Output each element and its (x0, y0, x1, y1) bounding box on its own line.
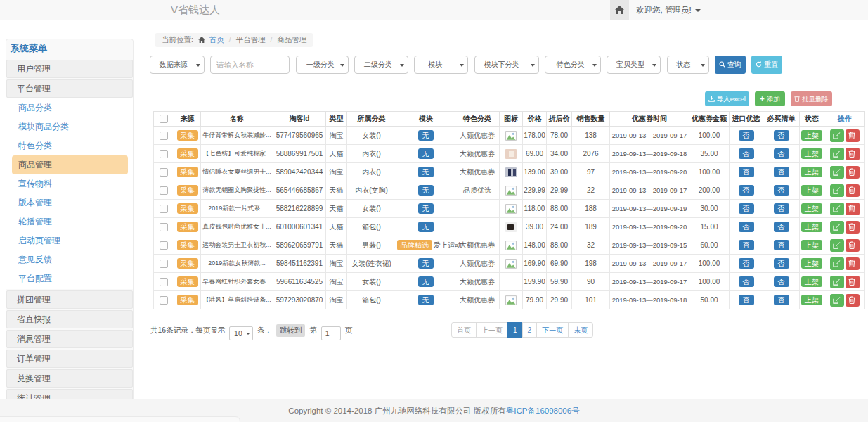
edit-button[interactable] (830, 203, 844, 215)
sidebar-subitem[interactable]: 版本管理 (12, 193, 128, 212)
sidebar-subitem[interactable]: 启动页管理 (12, 231, 128, 250)
status-toggle[interactable]: 上架 (801, 167, 822, 177)
row-checkbox[interactable] (160, 168, 168, 177)
sidebar-subitem[interactable]: 商品分类 (12, 98, 128, 117)
must-buy-toggle[interactable]: 否 (774, 222, 789, 232)
import-select-toggle[interactable]: 否 (739, 130, 754, 141)
edit-button[interactable] (830, 239, 844, 252)
delete-button[interactable] (846, 166, 860, 179)
row-checkbox[interactable] (160, 205, 168, 213)
batch-delete-button[interactable]: 批量删除 (791, 91, 832, 106)
delete-button[interactable] (846, 184, 860, 197)
sidebar-item[interactable]: 兑换管理 (6, 369, 133, 388)
delete-button[interactable] (846, 294, 860, 307)
delete-button[interactable] (846, 257, 860, 270)
edit-button[interactable] (830, 221, 844, 234)
import-select-toggle[interactable]: 否 (739, 167, 754, 177)
module-sub-select[interactable]: --模块下分类-- (474, 56, 539, 74)
must-buy-toggle[interactable]: 否 (774, 130, 789, 141)
level1-category-select[interactable]: 一级分类 (296, 56, 349, 74)
edit-button[interactable] (830, 184, 844, 197)
import-select-toggle[interactable]: 否 (739, 276, 754, 287)
sidebar-subitem[interactable]: 特色分类 (12, 136, 128, 155)
breadcrumb-home-link[interactable]: 首页 (209, 35, 224, 44)
home-button[interactable] (610, 0, 629, 20)
import-select-toggle[interactable]: 否 (739, 295, 754, 305)
edit-button[interactable] (830, 276, 844, 288)
import-excel-button[interactable]: 导入excel (705, 91, 749, 106)
status-toggle[interactable]: 上架 (801, 185, 822, 196)
sidebar-subitem[interactable]: 宣传物料 (12, 174, 128, 193)
pager-next[interactable]: 下一页 (536, 322, 569, 338)
row-checkbox[interactable] (160, 296, 168, 305)
sidebar-item[interactable]: 平台管理 (6, 79, 133, 98)
status-toggle[interactable]: 上架 (801, 240, 822, 250)
page-number-input[interactable] (321, 326, 341, 340)
status-toggle[interactable]: 上架 (801, 148, 822, 159)
sidebar-subitem[interactable]: 轮播管理 (12, 212, 128, 231)
delete-button[interactable] (846, 239, 860, 252)
row-checkbox[interactable] (160, 132, 168, 140)
pager-page[interactable]: 2 (522, 322, 538, 338)
delete-button[interactable] (846, 221, 860, 234)
reset-button[interactable]: 重置 (751, 56, 782, 74)
sidebar-item[interactable]: 订单管理 (6, 350, 133, 368)
must-buy-toggle[interactable]: 否 (774, 295, 789, 305)
row-checkbox[interactable] (160, 150, 168, 158)
status-toggle[interactable]: 上架 (801, 203, 822, 214)
pager-first[interactable]: 首页 (451, 322, 477, 338)
sidebar-item[interactable]: 用户管理 (6, 60, 133, 78)
user-menu[interactable]: 欢迎您, 管理员! (636, 0, 701, 20)
status-toggle[interactable]: 上架 (801, 258, 822, 269)
status-toggle[interactable]: 上架 (801, 276, 822, 287)
must-buy-toggle[interactable]: 否 (774, 148, 789, 159)
sidebar-item[interactable]: 拼团管理 (6, 290, 133, 309)
status-toggle[interactable]: 上架 (801, 295, 822, 305)
sidebar-item[interactable]: 省直快报 (6, 310, 133, 328)
import-select-toggle[interactable]: 否 (739, 222, 754, 232)
edit-button[interactable] (830, 257, 844, 270)
select-all-checkbox[interactable] (160, 115, 168, 123)
search-button[interactable]: 查询 (715, 56, 746, 74)
pager-prev[interactable]: 上一页 (476, 322, 508, 338)
must-buy-toggle[interactable]: 否 (774, 185, 789, 196)
edit-button[interactable] (830, 166, 844, 179)
delete-button[interactable] (846, 129, 860, 142)
sidebar-subitem[interactable]: 商品管理 (12, 155, 128, 174)
edit-button[interactable] (830, 148, 844, 160)
sidebar-subitem[interactable]: 意见反馈 (12, 250, 128, 269)
must-buy-toggle[interactable]: 否 (774, 258, 789, 269)
status-toggle[interactable]: 上架 (801, 222, 822, 232)
name-search-input[interactable] (210, 56, 290, 74)
sidebar-subitem[interactable]: 平台配置 (12, 269, 128, 288)
must-buy-toggle[interactable]: 否 (774, 276, 789, 287)
import-select-toggle[interactable]: 否 (739, 185, 754, 196)
per-page-select[interactable]: 10 (229, 326, 253, 340)
import-select-toggle[interactable]: 否 (739, 240, 754, 250)
row-checkbox[interactable] (160, 260, 168, 268)
delete-button[interactable] (846, 148, 860, 160)
must-buy-toggle[interactable]: 否 (774, 240, 789, 250)
pager-last[interactable]: 末页 (568, 322, 593, 338)
module-select[interactable]: --模块-- (414, 56, 468, 74)
icp-link[interactable]: 粤ICP备16098006号 (506, 407, 580, 415)
item-type-select[interactable]: --宝贝类型-- (607, 56, 661, 74)
sidebar-subitem[interactable]: 模块商品分类 (12, 117, 128, 136)
edit-button[interactable] (830, 294, 844, 307)
sidebar-item[interactable]: 消息管理 (6, 330, 133, 348)
level2-category-select[interactable]: --二级分类-- (354, 56, 408, 74)
pager-page[interactable]: 1 (507, 322, 523, 338)
jump-button[interactable]: 跳转到 (276, 324, 306, 337)
must-buy-toggle[interactable]: 否 (774, 167, 789, 177)
edit-button[interactable] (830, 129, 844, 142)
feature-category-select[interactable]: --特色分类-- (545, 56, 601, 74)
import-select-toggle[interactable]: 否 (739, 148, 754, 159)
row-checkbox[interactable] (160, 278, 168, 286)
import-select-toggle[interactable]: 否 (739, 258, 754, 269)
status-toggle[interactable]: 上架 (801, 130, 822, 141)
must-buy-toggle[interactable]: 否 (774, 203, 789, 214)
row-checkbox[interactable] (160, 241, 168, 250)
data-source-select[interactable]: --数据来源-- (150, 56, 205, 74)
import-select-toggle[interactable]: 否 (739, 203, 754, 214)
delete-button[interactable] (846, 276, 860, 288)
